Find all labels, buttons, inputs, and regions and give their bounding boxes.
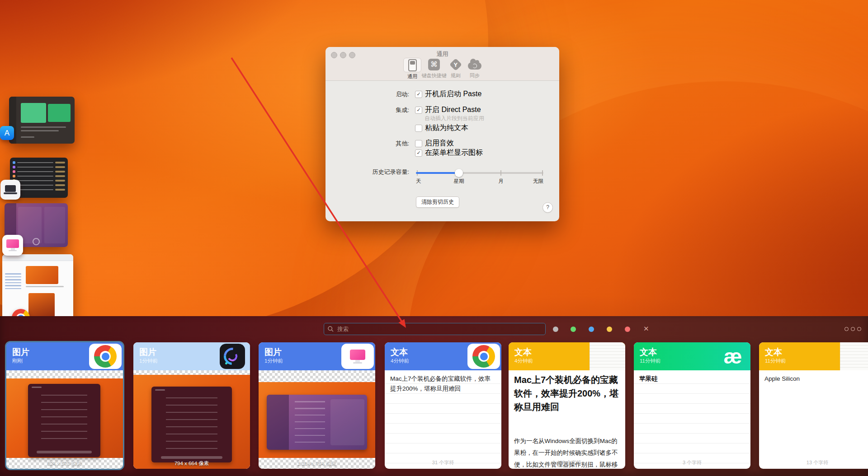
card-type-label: 图片: [264, 346, 282, 358]
tick-unlimited: 无限: [533, 178, 543, 185]
card-text: 苹果硅: [639, 370, 745, 384]
card-footer: 824 x 570 像素: [6, 458, 123, 469]
checkbox-sound-effects[interactable]: 启用音效: [415, 139, 454, 148]
integration-label: 集成:: [326, 106, 409, 114]
checkbox-launch-at-login[interactable]: ✓ 开机后启动 Paste: [415, 89, 481, 99]
notes-paper-icon: [840, 342, 868, 370]
checkbox-direct-paste[interactable]: ✓ 开启 Direct Paste: [415, 105, 481, 115]
launch-label: 启动:: [326, 90, 409, 98]
clipboard-card-image-1[interactable]: 图片 刚刚 824 x 570 像素: [6, 342, 123, 469]
search-icon: [328, 326, 334, 332]
filter-dot-red[interactable]: [625, 327, 630, 332]
checkbox-checked[interactable]: ✓: [415, 107, 422, 114]
clipboard-card-text-2[interactable]: Mac上7个装机必备的宝藏软件，效率提升200%，堪称旦用难回 作为一名从Win…: [509, 342, 625, 469]
screenshot-app-icon: [216, 344, 249, 369]
tick-day: 天: [416, 178, 421, 185]
help-button[interactable]: ?: [542, 202, 553, 213]
card-time: 4分钟前: [391, 358, 409, 364]
card-heading: Mac上7个装机必备的宝藏软件，效率提升200%，堪称旦用难回: [514, 373, 621, 414]
direct-paste-note: 自动插入片段到当前应用: [425, 115, 484, 122]
card-time: 4分钟前: [514, 358, 533, 364]
card-time: 刚刚: [12, 358, 23, 364]
card-type-label: 图片: [139, 346, 156, 358]
card-text: Mac上7个装机必备的宝藏软件，效率提升200%，堪称旦用难回: [390, 370, 496, 394]
clipboard-card-text-3[interactable]: 苹果硅 文本 11分钟前 æ 3 个字符: [634, 342, 750, 469]
tab-sync[interactable]: 同步: [454, 58, 495, 79]
card-type-label: 图片: [12, 346, 29, 358]
filter-dot-green[interactable]: [571, 327, 576, 332]
cleanmymac-icon: [341, 344, 374, 369]
card-type-label: 文本: [514, 346, 532, 358]
clear-history-button[interactable]: 清除剪切历史: [416, 196, 459, 208]
window-thumbnail-appstore[interactable]: [9, 97, 75, 144]
card-time: 11分钟前: [640, 358, 660, 364]
tick-month: 月: [498, 178, 504, 185]
card-footer: 3 个字符: [634, 458, 750, 469]
checkbox-checked[interactable]: ✓: [415, 91, 422, 98]
card-type-label: 文本: [391, 346, 408, 358]
thumb-image: [21, 103, 46, 123]
checkbox-menubar-icon[interactable]: ✓ 在菜单栏显示图标: [415, 148, 483, 158]
card-footer: 13 个字符: [759, 458, 868, 469]
tick-week: 星期: [454, 178, 464, 185]
card-type-label: 文本: [765, 346, 782, 358]
slider-thumb[interactable]: [455, 169, 463, 177]
other-label: 其他:: [326, 140, 409, 148]
card-footer: 1,314 x 794 像素: [259, 458, 375, 469]
search-input[interactable]: [336, 326, 519, 333]
checkbox-unchecked[interactable]: [415, 140, 422, 147]
sync-cloud-icon: [468, 62, 481, 70]
history-capacity-label: 历史记录容量:: [326, 168, 409, 176]
filter-dot-yellow[interactable]: [607, 327, 612, 332]
app-store-icon: A: [0, 126, 14, 140]
chrome-icon: [89, 344, 122, 369]
checkbox-checked[interactable]: ✓: [415, 149, 422, 157]
notes-paper-icon: [590, 342, 625, 370]
clear-filter-button[interactable]: ✕: [643, 325, 649, 333]
card-time: 1分钟前: [139, 358, 158, 364]
card-footer: 1,428 个字符: [509, 458, 625, 469]
card-footer: 794 x 664 像素: [133, 458, 250, 469]
eudic-ae-icon: æ: [717, 344, 749, 369]
clipboard-card-image-3[interactable]: 图片 1分钟前 1,314 x 794 像素: [259, 342, 375, 469]
cleanmymac-icon: [2, 235, 23, 256]
card-time: 1分钟前: [264, 358, 283, 364]
clipboard-card-image-2[interactable]: 图片 1分钟前 794 x 664 像素: [133, 342, 250, 469]
filter-dot-blue[interactable]: [589, 327, 594, 332]
search-bar[interactable]: [324, 323, 546, 335]
more-options-button[interactable]: [844, 327, 861, 331]
window-thumbnail-browser[interactable]: [2, 254, 73, 322]
checkbox-unchecked[interactable]: [415, 125, 422, 132]
laptop-icon: [0, 180, 20, 200]
card-footer: 31 个字符: [385, 458, 501, 469]
clipboard-card-text-4[interactable]: Apple Silicon 文本 11分钟前 13 个字符: [759, 342, 868, 469]
history-capacity-slider[interactable]: 天 星期 月 无限: [416, 169, 543, 182]
clipboard-card-text-1[interactable]: Mac上7个装机必备的宝藏软件，效率提升200%，堪称旦用难回 文本 4分钟前 …: [385, 342, 501, 469]
card-type-label: 文本: [640, 346, 657, 358]
filter-dot-gray[interactable]: [553, 327, 558, 332]
chrome-icon: [467, 344, 500, 369]
card-time: 11分钟前: [765, 358, 786, 364]
thumb-image: [48, 104, 71, 122]
checkbox-paste-plain-text[interactable]: 粘贴为纯文本: [415, 123, 468, 133]
settings-window-title: 通用: [326, 50, 559, 58]
card-text: Apple Silicon: [764, 370, 868, 384]
paste-settings-window: 通用 通用 ⌘ 键盘快捷键 Y 规则 同步 启动: ✓ 开机后启动 Paste …: [326, 47, 559, 221]
